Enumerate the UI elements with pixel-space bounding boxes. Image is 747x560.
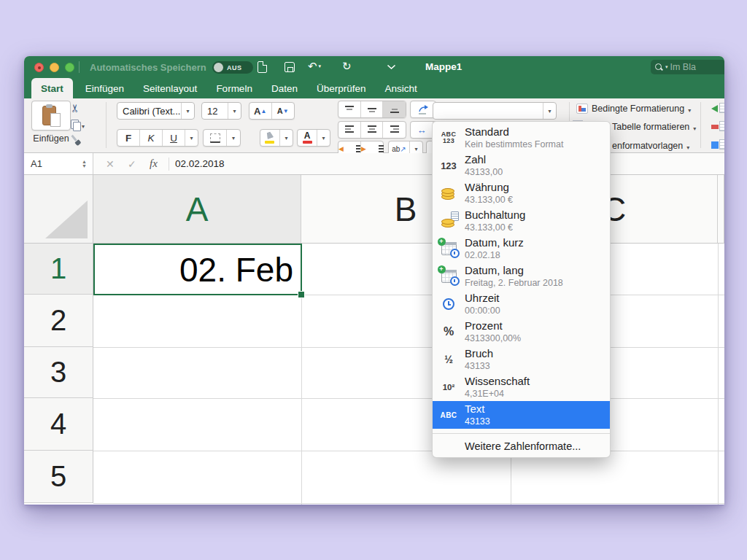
column-header-partial [718,175,724,244]
font-size-value: 12 [202,106,228,117]
column-header-A[interactable]: A [93,175,301,244]
cut-button[interactable]: ✂ [71,103,80,113]
abc-icon: ABC [433,411,465,419]
format-painter-button[interactable] [69,134,82,147]
search-box[interactable]: ▾ Im Bla [651,60,724,74]
vertical-align-buttons [338,101,406,118]
desktop-background: Automatisches Speichern AUS ↶▾ ↻ Mappe1 … [0,0,747,560]
tab-ueberpruefen[interactable]: Überprüfen [307,78,376,98]
tab-start[interactable]: Start [31,78,73,98]
fill-color-button[interactable] [260,129,293,147]
close-button[interactable] [34,63,44,72]
row-header-1[interactable]: 1 [24,244,93,295]
tab-einfuegen[interactable]: Einfügen [76,78,133,98]
number-format-combobox[interactable] [433,102,557,120]
format-option-subtitle: 00:00:00 [465,306,500,316]
format-table-button[interactable]: Tabelle formatieren [612,120,696,133]
font-name-caret-icon[interactable] [181,103,194,119]
active-cell-A1[interactable]: 02. Feb [93,244,302,295]
font-size-combobox[interactable]: 12 [201,102,241,120]
format-option-datum-kurz[interactable]: +Datum, kurz02.02.18 [433,235,610,262]
cell-styles-label: enformatvorlagen [612,141,683,151]
row-header-3[interactable]: 3 [24,347,93,398]
underline-caret-icon[interactable] [185,130,198,146]
format-option-buchhaltung[interactable]: Buchhaltung43.133,00 € [433,207,610,235]
delete-cells-button[interactable] [711,120,724,134]
name-box[interactable]: A1 ▲▼ [24,153,93,174]
cell-styles-button[interactable]: enformatvorlagen [612,139,689,152]
row-header-4[interactable]: 4 [24,398,93,451]
shrink-font-button[interactable]: A▼ [272,103,294,119]
tab-ansicht[interactable]: Ansicht [375,78,426,98]
format-option-title: Buchhaltung [465,209,525,222]
fill-handle[interactable] [298,291,305,298]
format-option-uhrzeit[interactable]: Uhrzeit00:00:00 [433,290,610,318]
align-top-button[interactable] [338,101,361,117]
format-option-title: Text [465,403,490,416]
conditional-formatting-button[interactable]: Bedingte Formatierung [576,102,691,115]
borders-caret-icon[interactable] [227,130,240,146]
align-right-button[interactable] [383,122,406,138]
worksheet-grid[interactable]: ABC 12345 02. Feb [24,175,724,505]
align-left-button[interactable] [338,122,361,138]
grow-font-button[interactable]: A▲ [249,103,272,119]
redo-button[interactable]: ↻ [342,60,352,73]
tab-seitenlayout[interactable]: Seitenlayout [133,78,206,98]
row-label: 4 [50,408,66,440]
format-option-text[interactable]: ABCText43133 [433,401,610,429]
font-color-button[interactable]: A [297,129,330,147]
font-size-caret-icon[interactable] [228,103,241,119]
format-option-standard[interactable]: ABC123StandardKein bestimmtes Format [433,124,610,152]
fill-color-caret-icon[interactable] [280,130,293,146]
name-box-stepper[interactable]: ▲▼ [82,160,87,168]
insert-cells-button[interactable] [711,101,724,116]
format-option-subtitle: 4313300,00% [465,333,521,343]
cell-styles-caret-icon [686,139,689,152]
new-workbook-icon[interactable] [258,61,267,73]
format-option-bruch[interactable]: ½Bruch43133 [433,346,610,373]
format-option-waehrung[interactable]: Währung43.133,00 € [433,179,610,207]
formula-input[interactable]: 02.02.2018 [175,153,225,174]
format-option-zahl[interactable]: 123Zahl43133,00 [433,152,610,179]
tab-label: Daten [271,83,298,94]
format-option-wissenschaft[interactable]: 10²Wissenschaft4,31E+04 [433,373,610,401]
tab-daten[interactable]: Daten [262,78,307,98]
document-title: Mappe1 [425,61,462,72]
save-icon[interactable] [285,62,295,72]
cancel-button[interactable]: ✕ [106,153,115,174]
ribbon-group-divider [106,102,107,148]
science-icon: 10² [433,383,465,392]
paste-button[interactable] [31,101,71,131]
wrap-text-icon: ab↗ [392,145,406,153]
number-format-caret-icon[interactable] [543,103,556,119]
font-color-caret-icon[interactable] [317,130,330,146]
toolbar-chevron-icon[interactable] [387,64,396,70]
align-bottom-button[interactable] [383,101,406,117]
format-option-prozent[interactable]: %Prozent4313300,00% [433,318,610,346]
italic-button[interactable]: K [140,130,163,146]
select-all-corner[interactable] [24,175,93,244]
enter-button[interactable]: ✓ [128,153,136,174]
autosave-toggle[interactable]: AUS [212,61,253,74]
row-header-5[interactable]: 5 [24,451,93,503]
tab-formeln[interactable]: Formeln [206,78,262,98]
align-center-button[interactable] [361,122,384,138]
undo-button[interactable]: ↶▾ [308,60,321,73]
grid-icon [719,139,724,149]
calendar-clock-icon: + [433,270,465,283]
bold-button[interactable]: F [117,130,140,146]
more-number-formats-item[interactable]: Weitere Zahlenformate... [433,433,610,459]
underline-button[interactable]: U [163,130,185,146]
borders-button[interactable] [203,129,241,147]
minimize-button[interactable] [50,63,59,72]
row-header-2[interactable]: 2 [24,295,93,347]
align-middle-button[interactable] [361,101,384,117]
copy-button[interactable] [71,118,85,131]
clipboard-icon [42,104,61,127]
format-option-subtitle: 43.133,00 € [465,195,513,205]
format-cells-button[interactable] [711,138,724,152]
font-name-combobox[interactable]: Calibri (Text... [117,102,195,120]
format-option-datum-lang[interactable]: +Datum, langFreitag, 2. Februar 2018 [433,262,610,290]
insert-function-button[interactable]: fx [150,153,158,174]
fullscreen-button[interactable] [65,63,74,72]
